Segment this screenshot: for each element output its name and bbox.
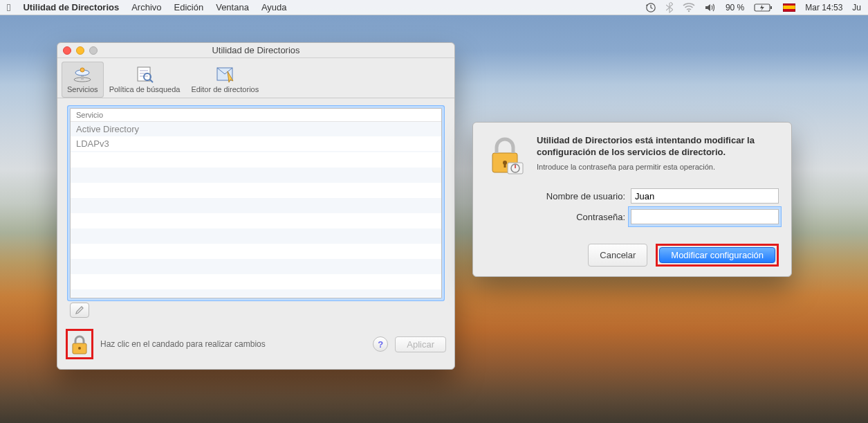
menu-ventana[interactable]: Ventana — [216, 2, 249, 12]
tab-editor[interactable]: Editor de directorios — [185, 62, 264, 98]
services-list[interactable]: Servicio Active Directory LDAPv3 — [70, 108, 442, 298]
tab-editor-label: Editor de directorios — [191, 85, 259, 93]
minimize-window-button[interactable] — [76, 46, 84, 55]
volume-icon[interactable] — [705, 3, 716, 12]
lock-button[interactable] — [69, 334, 90, 356]
password-label: Contraseña: — [537, 212, 625, 222]
list-item[interactable]: Active Directory — [71, 122, 441, 136]
menu-ayuda[interactable]: Ayuda — [261, 2, 287, 12]
lock-icon — [69, 334, 90, 356]
app-menu[interactable]: Utilidad de Directorios — [23, 2, 119, 12]
svg-rect-19 — [504, 163, 506, 168]
confirm-highlight: Modificar configuración — [656, 244, 779, 267]
auth-subtext: Introduce la contraseña para permitir es… — [537, 163, 779, 171]
svg-line-13 — [150, 80, 153, 82]
apply-button[interactable]: Aplicar — [395, 336, 446, 352]
input-source-flag-icon[interactable] — [783, 3, 795, 12]
cancel-button[interactable]: Cancelar — [588, 244, 647, 267]
svg-point-7 — [80, 68, 84, 72]
time-machine-icon[interactable] — [645, 2, 656, 13]
tab-servicios[interactable]: Servicios — [62, 62, 104, 98]
help-button[interactable]: ? — [373, 336, 388, 352]
bluetooth-icon[interactable] — [666, 2, 673, 13]
auth-dialog: Utilidad de Directorios está intentando … — [472, 122, 792, 277]
svg-point-1 — [688, 10, 690, 11]
username-field[interactable] — [631, 188, 779, 204]
battery-icon[interactable] — [754, 3, 773, 12]
lock-hint-text: Haz clic en el candado para realizar cam… — [100, 339, 366, 349]
list-item[interactable]: LDAPv3 — [71, 136, 441, 151]
window-title: Utilidad de Directorios — [212, 45, 299, 55]
svg-point-16 — [78, 347, 81, 350]
auth-lock-icon — [486, 135, 527, 179]
services-list-header: Servicio — [71, 109, 441, 122]
auth-headline: Utilidad de Directorios está intentando … — [537, 135, 779, 159]
menu-archivo[interactable]: Archivo — [131, 2, 161, 12]
directory-utility-window: Utilidad de Directorios Servicios Políti… — [57, 42, 455, 370]
wifi-icon[interactable] — [683, 3, 695, 12]
tab-politica-label: Política de búsqueda — [109, 85, 181, 93]
toolbar: Servicios Política de búsqueda Editor de… — [57, 58, 454, 98]
edit-service-button[interactable] — [70, 303, 89, 318]
svg-rect-3 — [770, 6, 772, 9]
tab-servicios-label: Servicios — [67, 85, 98, 93]
window-traffic-lights — [63, 46, 98, 55]
battery-percentage: 90 % — [726, 3, 744, 12]
lock-highlight — [66, 329, 93, 359]
window-titlebar: Utilidad de Directorios — [57, 43, 454, 58]
username-label: Nombre de usuario: — [537, 191, 625, 201]
pencil-icon — [75, 305, 84, 315]
apple-menu-icon[interactable]:  — [7, 1, 10, 13]
menu-edicion[interactable]: Edición — [174, 2, 204, 12]
password-field[interactable] — [631, 209, 779, 224]
close-window-button[interactable] — [63, 46, 71, 55]
directory-editor-icon — [214, 64, 236, 84]
tab-politica[interactable]: Política de búsqueda — [104, 62, 186, 98]
zoom-window-button[interactable] — [89, 46, 98, 55]
clock[interactable]: Mar 14:53 — [805, 3, 842, 12]
clock-extra: Ju — [852, 3, 861, 12]
window-footer: Haz clic en el candado para realizar cam… — [57, 322, 454, 369]
services-icon — [71, 64, 93, 84]
modify-configuration-button[interactable]: Modificar configuración — [659, 247, 775, 263]
menubar:  Utilidad de Directorios Archivo Edició… — [0, 0, 868, 15]
search-policy-icon — [133, 64, 156, 84]
